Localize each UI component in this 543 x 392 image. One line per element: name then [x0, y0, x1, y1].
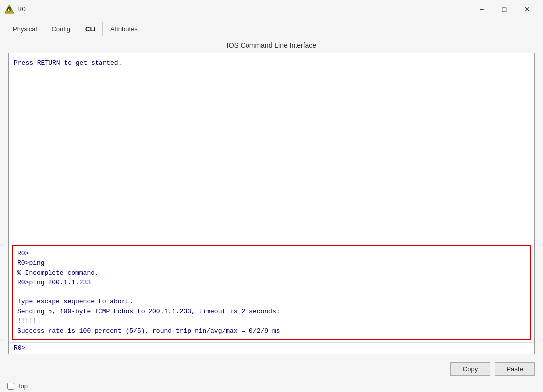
footer-bar: Top	[0, 380, 543, 392]
tab-cli[interactable]: CLI	[78, 22, 103, 36]
window-title: R0	[17, 5, 470, 13]
cli-line-4	[17, 288, 526, 297]
paste-button[interactable]: Paste	[495, 362, 535, 376]
tabs-bar: Physical Config CLI Attributes	[0, 18, 543, 36]
cli-line-5: Type escape sequence to abort.	[17, 297, 526, 307]
cli-top-text: Press RETURN to get started.	[9, 53, 534, 245]
app-icon: R	[4, 4, 14, 14]
main-window: R R0 − □ ✕ Physical Config CLI Attribute…	[0, 0, 543, 392]
cli-line-6: Sending 5, 100-byte ICMP Echos to 200.1.…	[17, 307, 526, 317]
title-bar: R R0 − □ ✕	[0, 0, 543, 18]
cli-return-prompt: Press RETURN to get started.	[14, 58, 529, 68]
maximize-button[interactable]: □	[493, 2, 516, 17]
bottom-bar: Copy Paste	[0, 358, 543, 380]
cli-prompt-line[interactable]: R0>	[9, 342, 534, 354]
cli-line-3: R0>ping 200.1.1.233	[17, 278, 526, 288]
copy-button[interactable]: Copy	[450, 362, 490, 376]
cli-line-0: R0>	[17, 249, 526, 259]
content-area: IOS Command Line Interface Press RETURN …	[0, 36, 543, 358]
cli-highlight-section: R0> R0>ping % Incomplete command. R0>pin…	[12, 245, 531, 341]
svg-text:R: R	[8, 8, 10, 12]
tab-physical[interactable]: Physical	[5, 22, 44, 36]
cli-scroll-area[interactable]: Press RETURN to get started. R0> R0>ping…	[9, 53, 534, 342]
cli-line-1: R0>ping	[17, 258, 526, 268]
close-button[interactable]: ✕	[516, 2, 539, 17]
tab-attributes[interactable]: Attributes	[103, 22, 145, 36]
section-title: IOS Command Line Interface	[8, 41, 535, 49]
minimize-button[interactable]: −	[470, 2, 493, 17]
tab-config[interactable]: Config	[44, 22, 78, 36]
top-label: Top	[17, 382, 28, 390]
cli-line-7: !!!!!	[17, 316, 526, 326]
cli-terminal[interactable]: Press RETURN to get started. R0> R0>ping…	[8, 53, 535, 354]
top-checkbox[interactable]	[7, 383, 14, 390]
cli-line-2: % Incomplete command.	[17, 268, 526, 278]
cli-line-8: Success rate is 100 percent (5/5), round…	[17, 326, 526, 336]
window-controls: − □ ✕	[470, 2, 539, 17]
